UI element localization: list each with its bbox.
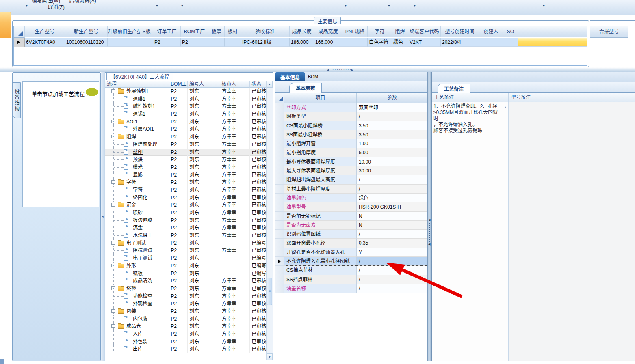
column-header[interactable]: 新生产型号 (65, 26, 108, 37)
process-row[interactable]: -电子测试P2刘东已编写 (105, 239, 266, 247)
column-header[interactable]: 验收标准 (241, 26, 290, 37)
param-value-cell[interactable]: 10.00 (357, 157, 427, 166)
param-row[interactable]: 双面开窗最小孔径0.35 (275, 239, 427, 248)
process-row[interactable]: -外层蚀刻1P2刘东方幸幸已审核 (105, 88, 266, 95)
data-cell[interactable]: IPC-6012 Ⅱ级 (241, 38, 290, 47)
param-item-cell[interactable]: 丝印方式 (284, 103, 357, 112)
param-item-cell[interactable]: CS挡点菲林 (284, 266, 357, 275)
param-item-cell[interactable]: 最小导体表面阻焊厚度 (284, 157, 357, 166)
collapse-up-icon[interactable]: ▲ (327, 68, 330, 71)
column-header-bom-factory[interactable]: BOM工厂 (169, 81, 188, 88)
param-row[interactable]: 油墨颜色绿色 (275, 194, 427, 202)
dropdown-arrow-icon[interactable]: ▼ (542, 4, 545, 7)
column-header-process-remark[interactable]: 工艺备注 (432, 93, 509, 102)
collapse-toggle-icon[interactable]: - (111, 264, 115, 267)
param-row-header[interactable] (275, 157, 284, 166)
param-row[interactable]: 基材上最小阻焊厚度/ (275, 185, 427, 194)
process-row[interactable]: -终检P2刘东方幸幸已审核 (105, 285, 266, 293)
param-value-cell[interactable]: 3.50 (357, 121, 427, 130)
param-row-header[interactable] (275, 166, 284, 175)
param-row-header[interactable] (275, 139, 284, 148)
param-item-cell[interactable]: CS面最小阻焊桥 (284, 121, 357, 130)
param-item-cell[interactable]: 油墨颜色 (284, 194, 357, 202)
collapse-toggle-icon[interactable]: - (111, 241, 115, 245)
column-header[interactable]: 阻焊 (392, 26, 408, 37)
param-row-header[interactable] (275, 103, 284, 112)
column-header[interactable]: PNL规格 (342, 26, 368, 37)
data-cell[interactable]: 166.000 (314, 38, 342, 47)
vertical-splitter-left[interactable]: ◄ (101, 72, 105, 361)
collapse-left-icon[interactable]: ◀ (428, 218, 430, 222)
param-row-header[interactable] (275, 130, 284, 139)
main-info-data-row[interactable]: 6V2KT0F4A010010600110320P2P2IPC-6012 Ⅱ级1… (14, 38, 587, 47)
param-row[interactable]: 油墨型号HSR-200 GK01S-H (275, 202, 427, 211)
param-value-cell[interactable]: 30.00 (357, 166, 427, 175)
param-row[interactable]: 油墨名称/ (275, 284, 427, 293)
param-row[interactable]: 最小拐角厚度5.00 (275, 148, 427, 157)
dropdown-arrow-icon[interactable]: ▼ (344, 4, 347, 7)
param-row-header[interactable] (275, 239, 284, 248)
process-row[interactable]: -沉金P2刘东方幸幸已审核 (105, 201, 266, 209)
column-header-value[interactable]: 参数 (357, 93, 427, 103)
param-item-cell[interactable]: 开窗孔是否不允许油墨入孔 (284, 248, 357, 257)
horizontal-splitter[interactable]: ▲ ········· ▲ (0, 67, 635, 72)
param-row[interactable]: 开窗孔是否不允许油墨入孔Y (275, 248, 427, 257)
param-item-cell[interactable]: 最大导体表面阻焊厚度 (284, 166, 357, 175)
param-row[interactable]: 是否为无卤素N (275, 221, 427, 230)
scroll-down-button[interactable]: ▼ (267, 353, 273, 360)
column-header[interactable]: 生产型号 (25, 26, 65, 37)
param-row-header[interactable] (275, 185, 284, 194)
param-row[interactable]: 识别码位置图纸/ (275, 230, 427, 239)
splitter-grip[interactable] (429, 223, 430, 242)
process-row[interactable]: 字符P2刘东方幸幸已审核 (105, 186, 266, 194)
tab-process-remarks[interactable]: 工艺备注 (438, 84, 470, 93)
param-row-header[interactable] (275, 148, 284, 157)
dropdown-arrow-icon[interactable]: ▼ (181, 4, 184, 7)
param-row[interactable]: 网板类型/ (275, 112, 427, 121)
param-item-cell[interactable]: 最小阻焊开窗 (284, 139, 357, 148)
column-header[interactable]: 板厚 (208, 26, 225, 37)
column-header-model-remark[interactable]: 型号备注 (509, 93, 635, 102)
process-row[interactable]: 丝印P2刘东方幸幸已审核 (105, 149, 266, 156)
param-value-cell[interactable]: 1.00 (357, 139, 427, 148)
param-row[interactable]: CS挡点菲林/ (275, 266, 427, 275)
data-cell[interactable]: P2 (181, 38, 208, 47)
dropdown-arrow-icon[interactable]: ▼ (388, 4, 390, 7)
process-row[interactable]: 碱性蚀刻1P2刘东方幸幸已审核 (105, 103, 266, 110)
process-row[interactable]: -AOI1P2刘东方幸幸已审核 (105, 118, 266, 126)
merge-model-header[interactable]: 合拼型号 (590, 26, 628, 38)
process-row[interactable]: 内包装P2刘东方幸幸已审核 (105, 315, 266, 323)
param-item-cell[interactable]: 最小拐角厚度 (284, 148, 357, 157)
param-value-cell[interactable]: / (357, 230, 427, 239)
collapse-left-icon[interactable]: ◄ (101, 215, 104, 218)
param-row-header[interactable] (275, 202, 284, 211)
param-value-cell[interactable]: / (357, 275, 427, 284)
param-row[interactable]: 最小阻焊开窗1.00 (275, 139, 427, 148)
param-row-header[interactable] (275, 212, 284, 221)
process-row[interactable]: 板边包胶P2刘东方幸幸已审核 (105, 217, 266, 224)
edge-toolbar-button[interactable] (0, 12, 11, 38)
param-item-cell[interactable]: 是否为无卤素 (284, 221, 357, 230)
data-cell[interactable]: 2022/8/4 (441, 38, 479, 47)
collapse-toggle-icon[interactable]: - (111, 286, 115, 290)
scrollbar-thumb[interactable]: ≡ (267, 278, 272, 305)
process-row[interactable]: -外形P2刘东已编写 (105, 262, 266, 270)
param-item-cell[interactable]: 油墨型号 (284, 202, 357, 211)
process-row[interactable]: -字符P2刘东方幸幸已审核 (105, 179, 266, 186)
column-header-item[interactable]: 项目 (284, 93, 357, 103)
data-cell[interactable]: 6V2KT0F4A0 (25, 38, 65, 47)
splitter-grip[interactable]: ········· (332, 67, 352, 72)
column-header[interactable]: 创建人 (479, 26, 503, 37)
column-header[interactable]: SO (503, 26, 518, 37)
process-flow-title-tab[interactable]: 【6V2KT0F4A0】工艺流程 (106, 73, 173, 80)
data-cell[interactable] (503, 38, 518, 47)
param-row-header[interactable] (275, 248, 284, 257)
column-header[interactable]: 终端客户代码 (408, 26, 441, 37)
param-item-cell[interactable]: 不允许阻焊入孔最小孔径图纸 (284, 257, 357, 266)
process-row[interactable]: 水洗烘干P2刘东方幸幸已审核 (105, 232, 266, 239)
process-row[interactable]: 退锡1P2刘东方幸幸已审核 (105, 110, 266, 118)
scroll-up-icon[interactable]: ▲ (504, 106, 507, 109)
process-row[interactable]: 阻抗测试P2刘东方幸幸已审核 (105, 247, 266, 254)
collapse-left-icon[interactable]: ◀ (428, 243, 430, 246)
process-row[interactable]: 外层AOI1P2刘东方幸幸已审核 (105, 125, 266, 133)
